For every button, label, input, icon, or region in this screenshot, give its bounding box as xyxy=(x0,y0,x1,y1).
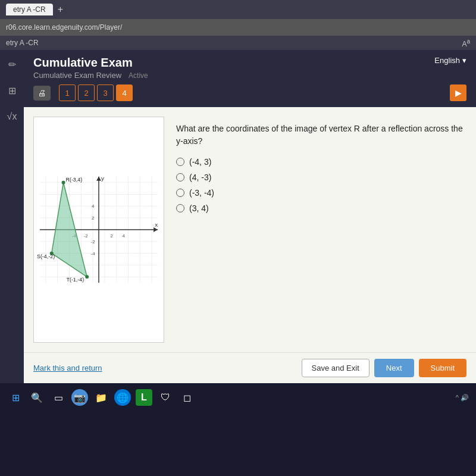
answer-option-2[interactable]: (4, -3) xyxy=(176,173,466,182)
answer-option-3[interactable]: (-3, -4) xyxy=(176,188,466,198)
question-nav: 🖨 1 2 3 4 ▶ xyxy=(24,80,476,107)
svg-point-34 xyxy=(62,181,65,184)
app-container: ✏ ⊞ √x Cumulative Exam Cumulative Exam R… xyxy=(0,50,476,383)
language-selector[interactable]: English ▾ xyxy=(434,56,466,65)
answer-option-4[interactable]: (3, 4) xyxy=(176,203,466,213)
action-bar: Mark this and return Save and Exit Next … xyxy=(24,352,476,383)
radio-3[interactable] xyxy=(176,189,184,197)
answer-label-2: (4, -3) xyxy=(189,173,211,182)
svg-text:4: 4 xyxy=(92,203,95,209)
answer-label-4: (3, 4) xyxy=(189,203,209,213)
answer-label-3: (-3, -4) xyxy=(189,188,214,198)
task-view-icon[interactable]: ▭ xyxy=(50,389,67,406)
question-text: What are the coordinates of the image of… xyxy=(176,123,466,148)
square-icon[interactable]: ◻ xyxy=(178,389,195,406)
radio-2[interactable] xyxy=(176,173,184,181)
mark-return-link[interactable]: Mark this and return xyxy=(33,364,102,372)
answer-option-1[interactable]: (-4, 3) xyxy=(176,157,466,167)
svg-text:S(-4,-2): S(-4,-2) xyxy=(37,253,55,259)
question-text-area: What are the coordinates of the image of… xyxy=(176,117,466,343)
taskbar: ⊞ 🔍 ▭ 📷 📁 🌐 L 🛡 ◻ ^ 🔊 xyxy=(0,383,476,412)
windows-start-icon[interactable]: ⊞ xyxy=(7,389,24,406)
submit-button[interactable]: Submit xyxy=(419,359,466,377)
question-1-button[interactable]: 1 xyxy=(59,84,76,101)
svg-text:4: 4 xyxy=(122,233,125,239)
svg-text:T(-1,-4): T(-1,-4) xyxy=(67,277,84,283)
svg-point-36 xyxy=(85,275,89,278)
browser-tab[interactable]: etry A -CR xyxy=(6,4,53,15)
browser-chrome: etry A -CR + xyxy=(0,0,476,19)
svg-text:2: 2 xyxy=(111,233,113,239)
content-header: Cumulative Exam Cumulative Exam Review A… xyxy=(24,50,476,80)
file-explorer-icon[interactable]: 📁 xyxy=(93,389,109,406)
svg-text:-2: -2 xyxy=(91,239,95,245)
browser-icon[interactable]: 🌐 xyxy=(114,389,131,406)
exam-subtitle: Cumulative Exam Review Active xyxy=(33,71,148,80)
sidebar-formula-icon[interactable]: √x xyxy=(4,108,20,125)
question-inner: x y -4 -2 2 4 4 2 -2 -4 xyxy=(33,117,466,343)
coordinate-graph: x y -4 -2 2 4 4 2 -2 -4 xyxy=(34,117,164,342)
address-bar[interactable]: r06.core.learn.edgenuity.com/Player/ xyxy=(0,19,476,36)
svg-text:y: y xyxy=(101,175,104,181)
zoom-icon[interactable]: 📷 xyxy=(71,389,88,406)
nav-forward-button[interactable]: ▶ xyxy=(450,84,466,101)
sidebar-grid-icon[interactable]: ⊞ xyxy=(4,82,20,99)
print-button[interactable]: 🖨 xyxy=(33,86,51,101)
sidebar-pencil-icon[interactable]: ✏ xyxy=(4,56,20,73)
question-4-button[interactable]: 4 xyxy=(116,84,133,101)
question-2-button[interactable]: 2 xyxy=(78,84,95,101)
svg-text:R(-3,4): R(-3,4) xyxy=(66,177,83,183)
answer-label-1: (-4, 3) xyxy=(189,157,211,167)
active-badge: Active xyxy=(129,71,148,80)
svg-text:2: 2 xyxy=(92,215,94,221)
taskbar-left: ⊞ 🔍 ▭ 📷 📁 🌐 L 🛡 ◻ xyxy=(7,389,195,406)
l-app-icon[interactable]: L xyxy=(136,389,152,406)
search-icon[interactable]: 🔍 xyxy=(29,389,45,406)
chevron-down-icon: ▾ xyxy=(462,56,466,65)
shield-icon[interactable]: 🛡 xyxy=(157,389,174,406)
svg-text:-4: -4 xyxy=(91,251,96,256)
new-tab-button[interactable]: + xyxy=(58,4,63,15)
svg-text:x: x xyxy=(155,221,158,228)
radio-4[interactable] xyxy=(176,204,184,212)
svg-text:-2: -2 xyxy=(84,233,88,239)
taskbar-right: ^ 🔊 xyxy=(456,394,469,402)
save-exit-button[interactable]: Save and Exit xyxy=(302,359,369,377)
graph-area: x y -4 -2 2 4 4 2 -2 -4 xyxy=(33,117,164,343)
system-tray: ^ 🔊 xyxy=(456,394,469,402)
svg-marker-22 xyxy=(96,177,101,181)
exam-title: Cumulative Exam xyxy=(33,56,148,70)
action-buttons: Save and Exit Next Submit xyxy=(302,359,466,377)
question-content: x y -4 -2 2 4 4 2 -2 -4 xyxy=(24,107,476,352)
next-button[interactable]: Next xyxy=(374,359,414,377)
app-header-bar: etry A -CR Aa xyxy=(0,36,476,50)
radio-1[interactable] xyxy=(176,158,184,166)
sidebar: ✏ ⊞ √x xyxy=(0,50,24,383)
svg-marker-21 xyxy=(154,227,158,232)
question-3-button[interactable]: 3 xyxy=(97,84,114,101)
content-area: Cumulative Exam Cumulative Exam Review A… xyxy=(24,50,476,383)
